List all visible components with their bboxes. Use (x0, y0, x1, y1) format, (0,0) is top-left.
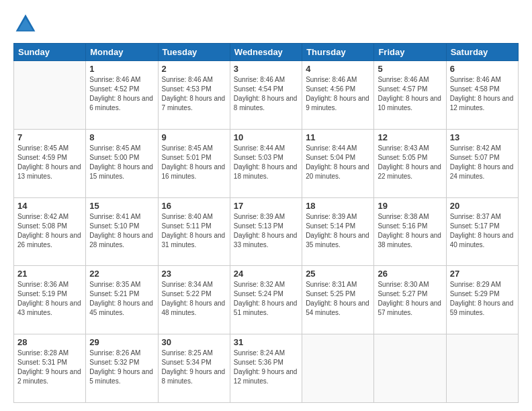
day-number: 21 (17, 269, 82, 279)
calendar-cell: 15Sunrise: 8:41 AM Sunset: 5:10 PM Dayli… (86, 197, 158, 266)
day-info: Sunrise: 8:40 AM Sunset: 5:11 PM Dayligh… (162, 212, 226, 250)
day-number: 10 (234, 132, 298, 142)
day-number: 6 (450, 64, 515, 74)
weekday-header: Friday (374, 44, 446, 61)
day-info: Sunrise: 8:43 AM Sunset: 5:05 PM Dayligh… (378, 144, 442, 181)
day-info: Sunrise: 8:38 AM Sunset: 5:16 PM Dayligh… (378, 212, 442, 250)
day-number: 14 (17, 201, 82, 211)
calendar-cell: 12Sunrise: 8:43 AM Sunset: 5:05 PM Dayli… (374, 129, 446, 197)
day-info: Sunrise: 8:39 AM Sunset: 5:13 PM Dayligh… (234, 212, 298, 250)
calendar-cell: 30Sunrise: 8:25 AM Sunset: 5:34 PM Dayli… (158, 334, 230, 403)
day-number: 18 (306, 201, 370, 211)
logo (13, 12, 40, 36)
day-info: Sunrise: 8:39 AM Sunset: 5:14 PM Dayligh… (306, 212, 370, 250)
day-number: 7 (17, 132, 82, 142)
calendar-cell (374, 334, 446, 403)
calendar-cell (14, 61, 86, 130)
calendar-cell (302, 334, 374, 403)
calendar-cell: 9Sunrise: 8:45 AM Sunset: 5:01 PM Daylig… (158, 129, 230, 197)
calendar-cell: 20Sunrise: 8:37 AM Sunset: 5:17 PM Dayli… (446, 197, 518, 266)
calendar-cell: 24Sunrise: 8:32 AM Sunset: 5:24 PM Dayli… (230, 266, 302, 334)
day-number: 30 (162, 337, 226, 347)
day-info: Sunrise: 8:42 AM Sunset: 5:07 PM Dayligh… (450, 144, 515, 181)
day-info: Sunrise: 8:45 AM Sunset: 5:00 PM Dayligh… (89, 144, 154, 181)
calendar-table: SundayMondayTuesdayWednesdayThursdayFrid… (13, 43, 519, 403)
day-number: 15 (89, 201, 154, 211)
weekday-header: Sunday (14, 44, 86, 61)
day-number: 9 (162, 132, 226, 142)
day-number: 23 (162, 269, 226, 279)
calendar-cell: 23Sunrise: 8:34 AM Sunset: 5:22 PM Dayli… (158, 266, 230, 334)
day-info: Sunrise: 8:29 AM Sunset: 5:29 PM Dayligh… (450, 280, 515, 318)
day-number: 16 (162, 201, 226, 211)
day-number: 1 (89, 64, 154, 74)
calendar-cell: 1Sunrise: 8:46 AM Sunset: 4:52 PM Daylig… (86, 61, 158, 130)
day-info: Sunrise: 8:41 AM Sunset: 5:10 PM Dayligh… (89, 212, 154, 250)
calendar-cell: 18Sunrise: 8:39 AM Sunset: 5:14 PM Dayli… (302, 197, 374, 266)
calendar-cell: 25Sunrise: 8:31 AM Sunset: 5:25 PM Dayli… (302, 266, 374, 334)
weekday-header: Tuesday (158, 44, 230, 61)
day-info: Sunrise: 8:46 AM Sunset: 4:56 PM Dayligh… (306, 75, 370, 113)
day-info: Sunrise: 8:46 AM Sunset: 4:57 PM Dayligh… (378, 75, 442, 113)
day-number: 28 (17, 337, 82, 347)
day-info: Sunrise: 8:46 AM Sunset: 4:58 PM Dayligh… (450, 75, 515, 113)
calendar-cell: 7Sunrise: 8:45 AM Sunset: 4:59 PM Daylig… (14, 129, 86, 197)
day-number: 13 (450, 132, 515, 142)
calendar-cell: 27Sunrise: 8:29 AM Sunset: 5:29 PM Dayli… (446, 266, 518, 334)
day-number: 5 (378, 64, 442, 74)
day-number: 22 (89, 269, 154, 279)
day-info: Sunrise: 8:30 AM Sunset: 5:27 PM Dayligh… (378, 280, 442, 318)
day-info: Sunrise: 8:25 AM Sunset: 5:34 PM Dayligh… (162, 349, 226, 386)
day-number: 24 (234, 269, 298, 279)
calendar-cell: 14Sunrise: 8:42 AM Sunset: 5:08 PM Dayli… (14, 197, 86, 266)
day-info: Sunrise: 8:45 AM Sunset: 5:01 PM Dayligh… (162, 144, 226, 181)
day-info: Sunrise: 8:26 AM Sunset: 5:32 PM Dayligh… (89, 349, 154, 386)
day-info: Sunrise: 8:42 AM Sunset: 5:08 PM Dayligh… (17, 212, 82, 250)
day-number: 17 (234, 201, 298, 211)
day-info: Sunrise: 8:37 AM Sunset: 5:17 PM Dayligh… (450, 212, 515, 250)
calendar-cell: 6Sunrise: 8:46 AM Sunset: 4:58 PM Daylig… (446, 61, 518, 130)
day-number: 26 (378, 269, 442, 279)
day-number: 3 (234, 64, 298, 74)
day-number: 31 (234, 337, 298, 347)
calendar-cell: 3Sunrise: 8:46 AM Sunset: 4:54 PM Daylig… (230, 61, 302, 130)
weekday-header-row: SundayMondayTuesdayWednesdayThursdayFrid… (14, 44, 519, 61)
header (13, 12, 519, 36)
logo-icon (13, 12, 38, 36)
day-number: 19 (378, 201, 442, 211)
calendar-cell: 31Sunrise: 8:24 AM Sunset: 5:36 PM Dayli… (230, 334, 302, 403)
calendar-cell: 21Sunrise: 8:36 AM Sunset: 5:19 PM Dayli… (14, 266, 86, 334)
day-info: Sunrise: 8:46 AM Sunset: 4:54 PM Dayligh… (234, 75, 298, 113)
day-info: Sunrise: 8:44 AM Sunset: 5:04 PM Dayligh… (306, 144, 370, 181)
day-info: Sunrise: 8:35 AM Sunset: 5:21 PM Dayligh… (89, 280, 154, 318)
calendar-cell: 26Sunrise: 8:30 AM Sunset: 5:27 PM Dayli… (374, 266, 446, 334)
week-row: 7Sunrise: 8:45 AM Sunset: 4:59 PM Daylig… (14, 129, 519, 197)
calendar-cell: 28Sunrise: 8:28 AM Sunset: 5:31 PM Dayli… (14, 334, 86, 403)
calendar-cell: 29Sunrise: 8:26 AM Sunset: 5:32 PM Dayli… (86, 334, 158, 403)
calendar-cell: 13Sunrise: 8:42 AM Sunset: 5:07 PM Dayli… (446, 129, 518, 197)
weekday-header: Wednesday (230, 44, 302, 61)
calendar-cell: 2Sunrise: 8:46 AM Sunset: 4:53 PM Daylig… (158, 61, 230, 130)
calendar-cell (446, 334, 518, 403)
weekday-header: Monday (86, 44, 158, 61)
day-number: 2 (162, 64, 226, 74)
day-number: 27 (450, 269, 515, 279)
day-number: 25 (306, 269, 370, 279)
day-info: Sunrise: 8:31 AM Sunset: 5:25 PM Dayligh… (306, 280, 370, 318)
calendar-cell: 10Sunrise: 8:44 AM Sunset: 5:03 PM Dayli… (230, 129, 302, 197)
day-number: 8 (89, 132, 154, 142)
calendar-cell: 19Sunrise: 8:38 AM Sunset: 5:16 PM Dayli… (374, 197, 446, 266)
day-info: Sunrise: 8:45 AM Sunset: 4:59 PM Dayligh… (17, 144, 82, 181)
day-info: Sunrise: 8:34 AM Sunset: 5:22 PM Dayligh… (162, 280, 226, 318)
day-number: 4 (306, 64, 370, 74)
day-number: 29 (89, 337, 154, 347)
calendar-cell: 16Sunrise: 8:40 AM Sunset: 5:11 PM Dayli… (158, 197, 230, 266)
calendar-cell: 5Sunrise: 8:46 AM Sunset: 4:57 PM Daylig… (374, 61, 446, 130)
day-info: Sunrise: 8:28 AM Sunset: 5:31 PM Dayligh… (17, 349, 82, 386)
week-row: 21Sunrise: 8:36 AM Sunset: 5:19 PM Dayli… (14, 266, 519, 334)
calendar-cell: 11Sunrise: 8:44 AM Sunset: 5:04 PM Dayli… (302, 129, 374, 197)
day-info: Sunrise: 8:44 AM Sunset: 5:03 PM Dayligh… (234, 144, 298, 181)
weekday-header: Thursday (302, 44, 374, 61)
day-number: 12 (378, 132, 442, 142)
day-info: Sunrise: 8:24 AM Sunset: 5:36 PM Dayligh… (234, 349, 298, 386)
